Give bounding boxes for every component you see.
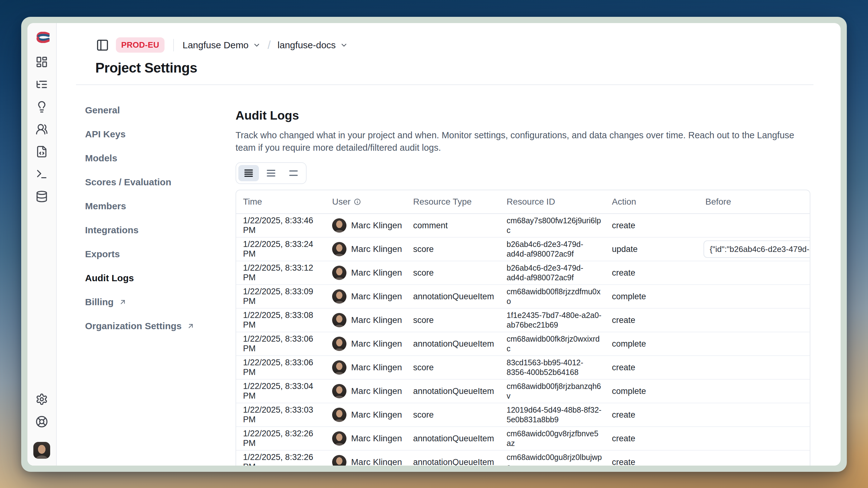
- nav-item-label: Members: [85, 201, 126, 212]
- cell-resource-type: score: [413, 316, 506, 325]
- cell-time: 1/22/2025, 8:32:26 PM: [236, 429, 332, 448]
- cell-resource-id: cm68awidc00gv8rjzfbnve5az: [506, 427, 612, 450]
- cell-resource-type: score: [413, 410, 506, 420]
- cell-action: complete: [612, 339, 705, 349]
- avatar: [332, 455, 346, 465]
- cell-time: 1/22/2025, 8:33:03 PM: [236, 405, 332, 424]
- cell-action: create: [612, 410, 705, 420]
- cell-action: create: [612, 221, 705, 230]
- cell-user: Marc Klingen: [332, 408, 413, 422]
- cell-time: 1/22/2025, 8:32:26 PM: [236, 453, 332, 465]
- audit-log-row: 1/22/2025, 8:33:04 PMMarc Klingenannotat…: [236, 380, 810, 403]
- user-name: Marc Klingen: [351, 244, 402, 254]
- cell-user: Marc Klingen: [332, 266, 413, 280]
- row-height-large-button[interactable]: [283, 165, 304, 181]
- column-header-resource-id: Resource ID: [506, 197, 612, 207]
- column-header-before: Before: [705, 197, 810, 207]
- settings-gear-icon[interactable]: [35, 392, 49, 406]
- cell-user: Marc Klingen: [332, 384, 413, 398]
- nav-item-label: Billing: [85, 297, 114, 307]
- lightbulb-icon[interactable]: [35, 100, 49, 114]
- audit-log-row: 1/22/2025, 8:32:26 PMMarc Klingenannotat…: [236, 427, 810, 451]
- cell-user: Marc Klingen: [332, 431, 413, 446]
- cell-before: {"id":"b26ab4c6-d2e3-479d-a: [705, 239, 810, 259]
- org-selector[interactable]: Langfuse Demo: [183, 40, 261, 51]
- cell-time: 1/22/2025, 8:33:12 PM: [236, 263, 332, 283]
- user-name: Marc Klingen: [351, 221, 402, 230]
- cell-time: 1/22/2025, 8:33:08 PM: [236, 311, 332, 330]
- settings-nav-item-models[interactable]: Models: [85, 153, 236, 163]
- settings-nav-item-general[interactable]: General: [85, 105, 236, 116]
- avatar: [332, 337, 346, 351]
- user-avatar[interactable]: [33, 442, 50, 459]
- settings-nav-item-audit-logs[interactable]: Audit Logs: [85, 273, 236, 283]
- cell-user: Marc Klingen: [332, 289, 413, 304]
- avatar: [332, 313, 346, 327]
- cell-resource-type: annotationQueueItem: [413, 434, 506, 444]
- nav-item-label: Integrations: [85, 225, 138, 235]
- avatar: [332, 408, 346, 422]
- life-buoy-icon[interactable]: [35, 415, 49, 429]
- audit-log-row: 1/22/2025, 8:33:03 PMMarc Klingenscore12…: [236, 403, 810, 427]
- database-icon[interactable]: [35, 189, 49, 204]
- row-height-small-button[interactable]: [238, 165, 259, 181]
- cell-action: create: [612, 457, 705, 466]
- terminal-icon[interactable]: [35, 167, 49, 181]
- cell-resource-type: annotationQueueItem: [413, 339, 506, 349]
- avatar: [332, 218, 346, 233]
- audit-logs-description: Track who changed what in your project a…: [236, 129, 810, 154]
- settings-nav-item-exports[interactable]: Exports: [85, 249, 236, 259]
- cell-resource-type: annotationQueueItem: [413, 292, 506, 301]
- settings-nav-item-members[interactable]: Members: [85, 201, 236, 212]
- cell-action: update: [612, 245, 705, 254]
- info-icon: [353, 198, 361, 205]
- table-header-row: Time User Resource Type Resource ID Acti…: [236, 190, 810, 214]
- panel-left-icon[interactable]: [95, 38, 110, 52]
- file-code-icon[interactable]: [35, 144, 49, 159]
- environment-badge: PROD-EU: [116, 37, 164, 53]
- cell-action: create: [612, 268, 705, 278]
- external-link-icon: [187, 322, 195, 330]
- audit-logs-table: Time User Resource Type Resource ID Acti…: [236, 190, 810, 465]
- avatar: [332, 384, 346, 398]
- column-header-action: Action: [612, 197, 705, 207]
- nav-item-label: Organization Settings: [85, 321, 182, 331]
- cell-resource-id: cm68awidc00gu8rjz0lbujwpe: [506, 451, 612, 465]
- cell-time: 1/22/2025, 8:33:24 PM: [236, 239, 332, 259]
- row-height-toggle: [236, 162, 307, 184]
- dashboard-grid-icon[interactable]: [35, 55, 49, 69]
- user-name: Marc Klingen: [351, 315, 402, 325]
- table-body: 1/22/2025, 8:33:46 PMMarc Klingencomment…: [236, 214, 810, 465]
- cell-time: 1/22/2025, 8:33:04 PM: [236, 382, 332, 401]
- cell-resource-type: score: [413, 363, 506, 372]
- cell-resource-id: cm68awidb00fk8rjz0wxixrdc: [506, 332, 612, 355]
- user-name: Marc Klingen: [351, 339, 402, 349]
- settings-nav-item-api-keys[interactable]: API Keys: [85, 129, 236, 139]
- audit-log-row: 1/22/2025, 8:33:06 PMMarc Klingenannotat…: [236, 332, 810, 356]
- nav-item-label: Scores / Evaluation: [85, 177, 172, 188]
- cell-resource-id: cm68ay7s800fw126j9uri6lpc: [506, 214, 612, 237]
- project-selector[interactable]: langfuse-docs: [278, 40, 348, 51]
- settings-nav-item-organization-settings[interactable]: Organization Settings: [85, 321, 236, 331]
- cell-user: Marc Klingen: [332, 337, 413, 351]
- audit-log-row: 1/22/2025, 8:32:26 PMMarc Klingenannotat…: [236, 451, 810, 465]
- settings-content: GeneralAPI KeysModelsScores / Evaluation…: [57, 85, 841, 465]
- cell-action: create: [612, 363, 705, 372]
- user-name: Marc Klingen: [351, 292, 402, 301]
- cell-resource-id: cm68awidb00fj8rjzbanzqh6v: [506, 380, 612, 403]
- audit-log-row: 1/22/2025, 8:33:06 PMMarc Klingenscore83…: [236, 356, 810, 380]
- settings-nav-item-integrations[interactable]: Integrations: [85, 225, 236, 235]
- cell-resource-id: 12019d64-5d49-48b8-8f32-5e0b831a8bb9: [506, 403, 612, 426]
- settings-nav-item-scores-evaluation[interactable]: Scores / Evaluation: [85, 177, 236, 188]
- settings-nav: GeneralAPI KeysModelsScores / Evaluation…: [85, 85, 236, 465]
- avatar: [332, 431, 346, 446]
- nav-item-label: API Keys: [85, 129, 126, 139]
- tracing-tree-icon[interactable]: [35, 77, 49, 92]
- column-header-user: User: [332, 197, 413, 207]
- main-area: PROD-EU Langfuse Demo / langfuse-docs Pr…: [57, 23, 841, 465]
- langfuse-logo-icon[interactable]: [34, 32, 50, 43]
- row-height-medium-button[interactable]: [261, 165, 281, 181]
- settings-nav-item-billing[interactable]: Billing: [85, 297, 236, 307]
- users-icon[interactable]: [35, 122, 49, 136]
- before-json-preview[interactable]: {"id":"b26ab4c6-d2e3-479d-a: [704, 240, 810, 258]
